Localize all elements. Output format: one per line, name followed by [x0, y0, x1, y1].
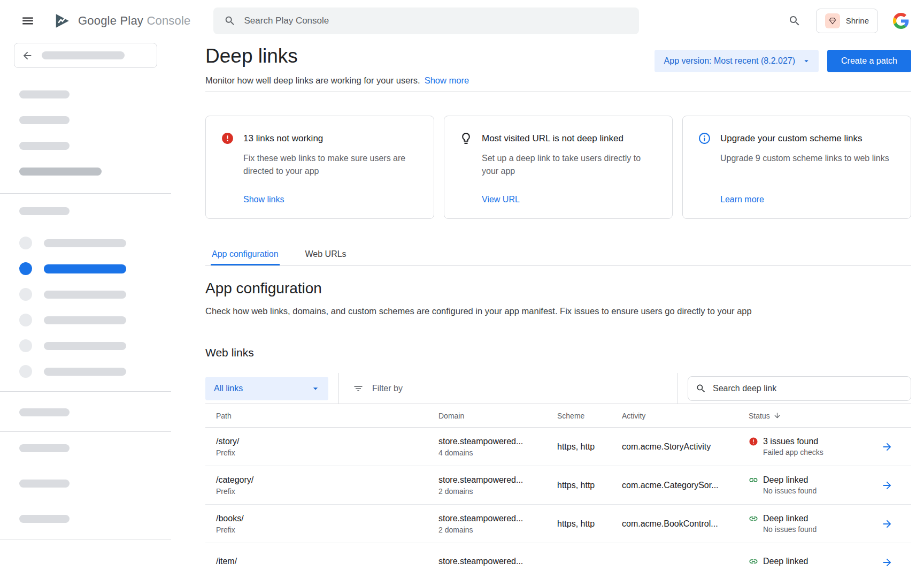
- play-console-logo: Google Play Console: [52, 11, 191, 31]
- column-status[interactable]: Status: [749, 412, 881, 420]
- skeleton-bar: [44, 239, 126, 247]
- sidebar-nav-item[interactable]: [0, 307, 171, 333]
- skeleton-bar: [19, 116, 70, 124]
- sidebar-nav-item[interactable]: [0, 333, 171, 359]
- app-version-dropdown[interactable]: App version: Most recent (8.2.027): [654, 50, 819, 72]
- row-path-type: Prefix: [216, 526, 438, 534]
- row-scheme: https, http: [557, 481, 622, 490]
- search-icon-button[interactable]: [788, 14, 801, 27]
- row-status: Deep linked: [763, 514, 808, 523]
- row-domain: store.steampowered...: [438, 475, 557, 485]
- row-detail-arrow[interactable]: [881, 518, 911, 530]
- skeleton-icon: [19, 314, 32, 326]
- play-console-logo-icon: [52, 11, 72, 31]
- skeleton-bar: [44, 368, 126, 376]
- row-status: 3 issues found: [763, 437, 818, 446]
- skeleton-icon: [19, 237, 32, 249]
- filter-by-label: Filter by: [372, 384, 403, 393]
- google-account-icon[interactable]: [893, 13, 909, 29]
- global-search[interactable]: [213, 7, 639, 34]
- toolbar-divider: [338, 373, 339, 404]
- show-links-link[interactable]: Show links: [243, 195, 420, 204]
- row-scheme: https, http: [557, 442, 622, 452]
- sidebar: [0, 41, 171, 578]
- sidebar-divider: [0, 193, 171, 194]
- column-scheme[interactable]: Scheme: [557, 412, 622, 420]
- tab-web-urls[interactable]: Web URLs: [304, 245, 348, 265]
- row-status-detail: Failed app checks: [763, 448, 881, 457]
- column-activity[interactable]: Activity: [622, 412, 749, 420]
- table-row[interactable]: /books/Prefix store.steampowered...2 dom…: [205, 505, 911, 543]
- tab-bar: App configuration Web URLs: [205, 245, 911, 266]
- arrow-back-icon: [21, 50, 33, 62]
- sort-descending-icon: [773, 412, 781, 420]
- skeleton-bar: [19, 142, 70, 150]
- lightbulb-icon: [459, 132, 473, 145]
- error-icon: [749, 437, 758, 446]
- card-body: Fix these web links to make sure users a…: [243, 152, 420, 178]
- links-filter-dropdown[interactable]: All links: [205, 377, 328, 400]
- sidebar-divider: [0, 431, 171, 432]
- link-icon: [749, 557, 758, 566]
- row-path: /books/: [216, 514, 438, 523]
- insight-cards: 13 links not working Fix these web links…: [205, 116, 911, 219]
- column-domain[interactable]: Domain: [438, 412, 557, 420]
- row-detail-arrow[interactable]: [881, 441, 911, 453]
- row-path: /category/: [216, 475, 438, 485]
- web-links-heading: Web links: [205, 346, 911, 359]
- filter-by-button[interactable]: Filter by: [353, 383, 403, 394]
- row-path-type: Prefix: [216, 487, 438, 496]
- global-search-input[interactable]: [244, 16, 628, 26]
- row-detail-arrow[interactable]: [881, 557, 911, 568]
- sidebar-nav-item[interactable]: [0, 230, 171, 256]
- row-domain-count: 4 domains: [438, 448, 557, 457]
- sidebar-divider: [0, 391, 171, 392]
- shrine-app-icon: [825, 13, 840, 28]
- web-links-toolbar: All links Filter by: [205, 373, 911, 404]
- link-icon: [749, 514, 758, 523]
- app-chip-label: Shrine: [846, 16, 869, 25]
- show-more-link[interactable]: Show more: [425, 75, 469, 85]
- tab-app-configuration[interactable]: App configuration: [211, 245, 280, 265]
- table-header: Path Domain Scheme Activity Status: [205, 404, 911, 428]
- learn-more-link[interactable]: Learn more: [720, 195, 897, 204]
- row-domain-count: 2 domains: [438, 526, 557, 534]
- row-domain: store.steampowered...: [438, 557, 557, 566]
- skeleton-bar: [19, 408, 70, 416]
- row-activity: com.acme.BookControl...: [622, 519, 749, 529]
- info-icon: [698, 132, 711, 145]
- deep-link-search[interactable]: [688, 376, 911, 401]
- skeleton-bar: [19, 90, 70, 98]
- row-status-detail: No issues found: [763, 525, 881, 534]
- skeleton-icon-selected: [19, 262, 32, 275]
- sidebar-nav-item[interactable]: [0, 359, 171, 384]
- chevron-down-icon: [310, 383, 321, 394]
- column-path[interactable]: Path: [216, 412, 438, 420]
- skeleton-bar: [44, 342, 126, 350]
- sidebar-back-button[interactable]: [14, 43, 157, 68]
- skeleton-bar: [42, 51, 125, 59]
- view-url-link[interactable]: View URL: [482, 195, 658, 204]
- column-status-label: Status: [749, 412, 770, 420]
- sidebar-nav-item-selected[interactable]: [0, 256, 171, 282]
- skeleton-bar: [44, 316, 126, 324]
- deep-link-search-input[interactable]: [713, 384, 903, 393]
- app-selector-chip[interactable]: Shrine: [816, 9, 878, 33]
- table-row[interactable]: /story/Prefix store.steampowered...4 dom…: [205, 428, 911, 466]
- skeleton-bar: [19, 444, 70, 452]
- row-domain: store.steampowered...: [438, 437, 557, 446]
- sidebar-nav-item[interactable]: [0, 282, 171, 307]
- skeleton-bar: [19, 480, 70, 488]
- table-row[interactable]: /category/Prefix store.steampowered...2 …: [205, 466, 911, 505]
- menu-icon[interactable]: [16, 9, 40, 33]
- row-path: /item/: [216, 557, 438, 566]
- table-row[interactable]: /item/ store.steampowered... Deep linked: [205, 543, 911, 578]
- header-divider: [205, 92, 911, 92]
- links-filter-label: All links: [214, 384, 243, 393]
- card-upgrade-scheme-links: Upgrade your custom scheme links Upgrade…: [682, 116, 911, 219]
- create-patch-button[interactable]: Create a patch: [827, 50, 911, 72]
- card-most-visited-url: Most visited URL is not deep linked Set …: [444, 116, 673, 219]
- error-icon: [221, 132, 234, 145]
- logo-text: Google Play Console: [78, 14, 191, 28]
- row-detail-arrow[interactable]: [881, 480, 911, 491]
